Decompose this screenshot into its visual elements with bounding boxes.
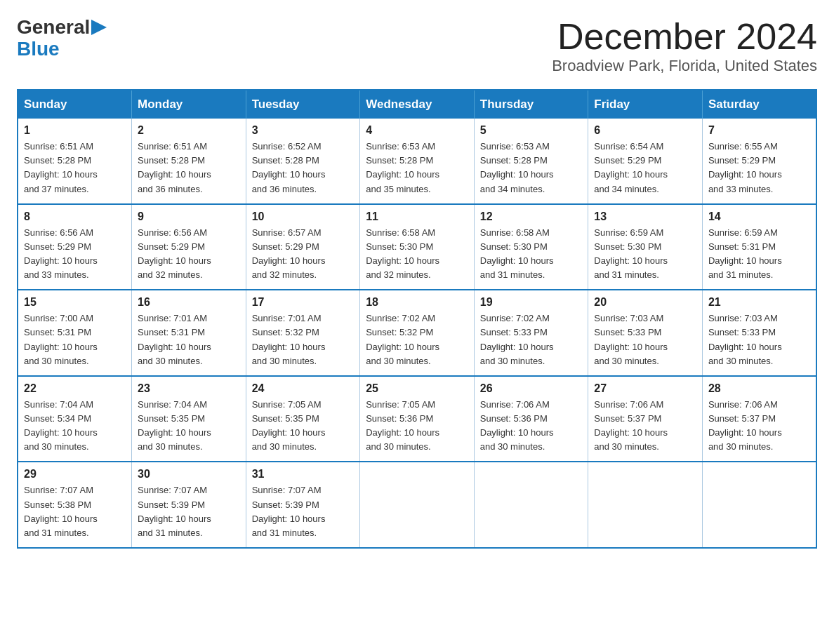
day-number: 5 <box>480 124 583 137</box>
day-info: Sunrise: 6:53 AM Sunset: 5:28 PM Dayligh… <box>366 140 468 196</box>
day-info: Sunrise: 7:03 AM Sunset: 5:33 PM Dayligh… <box>594 311 696 368</box>
calendar-day-cell: 28 Sunrise: 7:06 AM Sunset: 5:37 PM Dayl… <box>702 376 816 462</box>
day-number: 13 <box>594 210 696 223</box>
day-number: 31 <box>252 468 355 481</box>
day-info: Sunrise: 7:01 AM Sunset: 5:31 PM Dayligh… <box>138 311 240 368</box>
calendar-day-cell: 3 Sunrise: 6:52 AM Sunset: 5:28 PM Dayli… <box>246 119 360 204</box>
day-info: Sunrise: 6:56 AM Sunset: 5:29 PM Dayligh… <box>138 226 240 283</box>
logo-triangle-icon <box>91 20 107 35</box>
calendar-day-cell: 10 Sunrise: 6:57 AM Sunset: 5:29 PM Dayl… <box>246 204 360 290</box>
day-number: 27 <box>594 382 696 395</box>
day-info: Sunrise: 6:57 AM Sunset: 5:29 PM Dayligh… <box>252 226 355 283</box>
month-title: December 2024 <box>552 17 817 57</box>
calendar-day-cell: 26 Sunrise: 7:06 AM Sunset: 5:36 PM Dayl… <box>474 376 588 462</box>
logo-blue-text: Blue <box>17 39 60 60</box>
calendar-day-cell: 20 Sunrise: 7:03 AM Sunset: 5:33 PM Dayl… <box>588 290 703 376</box>
header-saturday: Saturday <box>702 90 816 119</box>
calendar-day-cell: 18 Sunrise: 7:02 AM Sunset: 5:32 PM Dayl… <box>360 290 475 376</box>
day-number: 9 <box>138 210 240 223</box>
calendar-day-cell: 24 Sunrise: 7:05 AM Sunset: 5:35 PM Dayl… <box>246 376 360 462</box>
day-number: 14 <box>708 210 810 223</box>
calendar-day-cell: 11 Sunrise: 6:58 AM Sunset: 5:30 PM Dayl… <box>360 204 475 290</box>
location-title: Broadview Park, Florida, United States <box>552 57 817 75</box>
header-wednesday: Wednesday <box>360 90 475 119</box>
day-info: Sunrise: 6:54 AM Sunset: 5:29 PM Dayligh… <box>594 140 696 196</box>
calendar-day-cell: 21 Sunrise: 7:03 AM Sunset: 5:33 PM Dayl… <box>702 290 816 376</box>
calendar-week-row: 15 Sunrise: 7:00 AM Sunset: 5:31 PM Dayl… <box>18 290 816 376</box>
day-info: Sunrise: 7:05 AM Sunset: 5:36 PM Dayligh… <box>366 398 468 455</box>
day-info: Sunrise: 7:07 AM Sunset: 5:39 PM Dayligh… <box>138 483 240 540</box>
calendar-week-row: 1 Sunrise: 6:51 AM Sunset: 5:28 PM Dayli… <box>18 119 816 204</box>
day-info: Sunrise: 7:01 AM Sunset: 5:32 PM Dayligh… <box>252 311 355 368</box>
calendar-day-cell: 13 Sunrise: 6:59 AM Sunset: 5:30 PM Dayl… <box>588 204 703 290</box>
day-info: Sunrise: 6:58 AM Sunset: 5:30 PM Dayligh… <box>480 226 583 283</box>
day-info: Sunrise: 7:02 AM Sunset: 5:32 PM Dayligh… <box>366 311 468 368</box>
header-sunday: Sunday <box>18 90 132 119</box>
day-info: Sunrise: 7:07 AM Sunset: 5:39 PM Dayligh… <box>252 483 355 540</box>
calendar-day-cell: 31 Sunrise: 7:07 AM Sunset: 5:39 PM Dayl… <box>246 462 360 548</box>
day-number: 20 <box>594 296 696 309</box>
calendar-day-cell <box>588 462 703 548</box>
day-info: Sunrise: 7:02 AM Sunset: 5:33 PM Dayligh… <box>480 311 583 368</box>
calendar-day-cell: 2 Sunrise: 6:51 AM Sunset: 5:28 PM Dayli… <box>132 119 246 204</box>
logo: General Blue <box>17 17 107 60</box>
day-info: Sunrise: 7:04 AM Sunset: 5:35 PM Dayligh… <box>138 398 240 455</box>
day-number: 25 <box>366 382 468 395</box>
calendar-day-cell: 22 Sunrise: 7:04 AM Sunset: 5:34 PM Dayl… <box>18 376 132 462</box>
day-number: 10 <box>252 210 355 223</box>
header-monday: Monday <box>132 90 246 119</box>
calendar-day-cell: 16 Sunrise: 7:01 AM Sunset: 5:31 PM Dayl… <box>132 290 246 376</box>
day-number: 15 <box>24 296 126 309</box>
day-number: 17 <box>252 296 355 309</box>
day-number: 16 <box>138 296 240 309</box>
calendar-day-cell: 25 Sunrise: 7:05 AM Sunset: 5:36 PM Dayl… <box>360 376 475 462</box>
header-tuesday: Tuesday <box>246 90 360 119</box>
calendar-day-cell: 27 Sunrise: 7:06 AM Sunset: 5:37 PM Dayl… <box>588 376 703 462</box>
day-info: Sunrise: 7:06 AM Sunset: 5:36 PM Dayligh… <box>480 398 583 455</box>
svg-marker-0 <box>91 20 107 35</box>
day-info: Sunrise: 6:51 AM Sunset: 5:28 PM Dayligh… <box>138 140 240 196</box>
calendar-day-cell <box>360 462 475 548</box>
day-info: Sunrise: 7:07 AM Sunset: 5:38 PM Dayligh… <box>24 483 126 540</box>
calendar-week-row: 22 Sunrise: 7:04 AM Sunset: 5:34 PM Dayl… <box>18 376 816 462</box>
day-info: Sunrise: 6:59 AM Sunset: 5:31 PM Dayligh… <box>708 226 810 283</box>
calendar-day-cell: 14 Sunrise: 6:59 AM Sunset: 5:31 PM Dayl… <box>702 204 816 290</box>
day-number: 29 <box>24 468 126 481</box>
calendar-day-cell <box>702 462 816 548</box>
day-number: 21 <box>708 296 810 309</box>
calendar-day-cell: 12 Sunrise: 6:58 AM Sunset: 5:30 PM Dayl… <box>474 204 588 290</box>
calendar-table: Sunday Monday Tuesday Wednesday Thursday… <box>17 89 817 549</box>
day-info: Sunrise: 7:04 AM Sunset: 5:34 PM Dayligh… <box>24 398 126 455</box>
calendar-day-cell: 15 Sunrise: 7:00 AM Sunset: 5:31 PM Dayl… <box>18 290 132 376</box>
day-info: Sunrise: 7:06 AM Sunset: 5:37 PM Dayligh… <box>708 398 810 455</box>
header-friday: Friday <box>588 90 703 119</box>
day-number: 19 <box>480 296 583 309</box>
day-number: 22 <box>24 382 126 395</box>
calendar-day-cell: 5 Sunrise: 6:53 AM Sunset: 5:28 PM Dayli… <box>474 119 588 204</box>
day-info: Sunrise: 6:52 AM Sunset: 5:28 PM Dayligh… <box>252 140 355 196</box>
calendar-day-cell: 8 Sunrise: 6:56 AM Sunset: 5:29 PM Dayli… <box>18 204 132 290</box>
day-info: Sunrise: 7:03 AM Sunset: 5:33 PM Dayligh… <box>708 311 810 368</box>
calendar-day-cell: 1 Sunrise: 6:51 AM Sunset: 5:28 PM Dayli… <box>18 119 132 204</box>
day-info: Sunrise: 6:53 AM Sunset: 5:28 PM Dayligh… <box>480 140 583 196</box>
day-info: Sunrise: 6:58 AM Sunset: 5:30 PM Dayligh… <box>366 226 468 283</box>
calendar-day-cell: 9 Sunrise: 6:56 AM Sunset: 5:29 PM Dayli… <box>132 204 246 290</box>
calendar-week-row: 8 Sunrise: 6:56 AM Sunset: 5:29 PM Dayli… <box>18 204 816 290</box>
day-number: 6 <box>594 124 696 137</box>
day-number: 26 <box>480 382 583 395</box>
logo-general-text: General <box>17 17 90 39</box>
day-number: 30 <box>138 468 240 481</box>
day-info: Sunrise: 6:51 AM Sunset: 5:28 PM Dayligh… <box>24 140 126 196</box>
page-header: General Blue December 2024 Broadview Par… <box>17 17 817 75</box>
day-number: 18 <box>366 296 468 309</box>
title-section: December 2024 Broadview Park, Florida, U… <box>552 17 817 75</box>
day-info: Sunrise: 7:00 AM Sunset: 5:31 PM Dayligh… <box>24 311 126 368</box>
calendar-week-row: 29 Sunrise: 7:07 AM Sunset: 5:38 PM Dayl… <box>18 462 816 548</box>
day-info: Sunrise: 6:55 AM Sunset: 5:29 PM Dayligh… <box>708 140 810 196</box>
day-number: 12 <box>480 210 583 223</box>
day-number: 24 <box>252 382 355 395</box>
logo-icon: General Blue <box>17 17 107 60</box>
day-number: 7 <box>708 124 810 137</box>
calendar-day-cell: 30 Sunrise: 7:07 AM Sunset: 5:39 PM Dayl… <box>132 462 246 548</box>
calendar-day-cell: 29 Sunrise: 7:07 AM Sunset: 5:38 PM Dayl… <box>18 462 132 548</box>
